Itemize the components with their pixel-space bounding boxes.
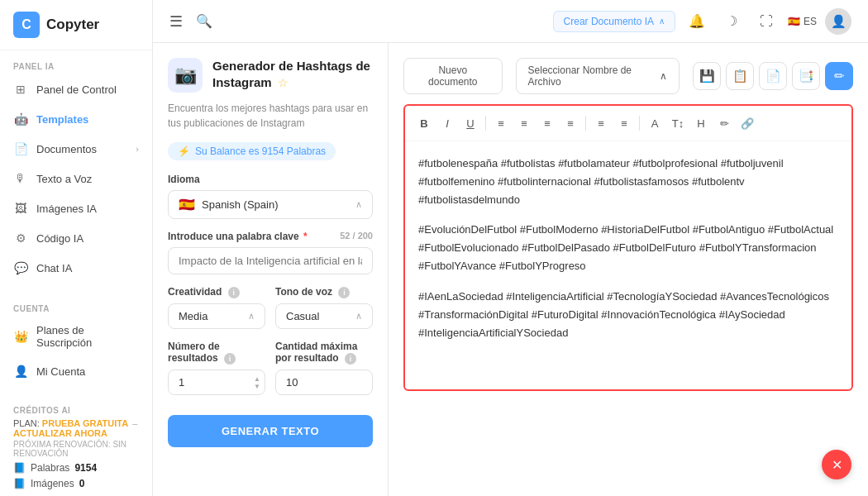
paint-button[interactable]: ✏ <box>713 112 735 134</box>
doc-action-icons: 💾 📋 📄 📑 ✏ <box>693 62 853 90</box>
link-button[interactable]: 🔗 <box>737 112 758 134</box>
num-resultados-input[interactable] <box>168 370 265 395</box>
creatividad-value: Media <box>179 310 207 322</box>
language-select[interactable]: 🇪🇸 Spanish (Spain) ∧ <box>168 190 373 219</box>
notification-icon[interactable]: 🔔 <box>684 8 710 35</box>
idioma-label: Idioma <box>168 174 373 185</box>
sidebar-item-imagenes-ia[interactable]: 🖼 Imágenes IA <box>0 193 152 223</box>
sidebar-item-texto-voz[interactable]: 🎙 Texto a Voz <box>0 164 152 193</box>
free-plan-link[interactable]: PRUEBA GRATUITA <box>42 418 128 428</box>
sidebar-item-documentos[interactable]: 📄 Documentos › <box>0 134 152 164</box>
sidebar-item-label: Texto a Voz <box>36 173 139 185</box>
plan-info: PLAN: PRUEBA GRATUITA – ACTUALIZAR AHORA <box>13 418 139 438</box>
editor-panel: Nuevo documento Seleccionar Nombre de Ar… <box>389 43 868 496</box>
language-selector[interactable]: 🇪🇸 ES <box>788 16 817 27</box>
tool-header: 📷 Generador de Hashtags de Instagram ☆ <box>168 58 373 93</box>
chat-icon: 💬 <box>13 260 28 275</box>
generate-button[interactable]: GENERAR TEXTO <box>168 415 373 447</box>
align-right-button[interactable]: ≡ <box>537 112 558 134</box>
chevron-up-icon: ∧ <box>355 199 362 210</box>
panel-section-label: PANEL IA <box>0 50 152 74</box>
bold-button[interactable]: B <box>413 112 435 134</box>
editor-content[interactable]: #futbolenespaña #futbolistas #futbolamat… <box>405 141 851 389</box>
palabras-label: Palabras <box>31 462 69 474</box>
grid-icon: ⊞ <box>13 82 28 97</box>
document-toolbar: Nuevo documento Seleccionar Nombre de Ar… <box>403 58 853 94</box>
italic-button[interactable]: I <box>436 112 458 134</box>
imagenes-label: Imágenes <box>31 478 74 489</box>
palabras-credit: 📘 Palabras 9154 <box>13 462 139 474</box>
align-center-button[interactable]: ≡ <box>513 112 535 134</box>
sidebar-item-label: Imágenes IA <box>36 203 139 215</box>
keyword-input[interactable] <box>168 247 373 274</box>
idioma-group: Idioma 🇪🇸 Spanish (Spain) ∧ <box>168 174 373 219</box>
align-justify-button[interactable]: ≡ <box>560 112 581 134</box>
paragraph-1: #futbolenespaña #futbolistas #futbolamat… <box>418 155 838 209</box>
sidebar-item-panel-control[interactable]: ⊞ Panel de Control <box>0 74 152 104</box>
save-icon-btn[interactable]: 💾 <box>693 62 721 90</box>
creatividad-select[interactable]: Media ∧ <box>168 303 265 329</box>
imagenes-icon: 📘 <box>13 478 26 489</box>
edit-icon-btn[interactable]: ✏ <box>825 62 853 90</box>
tool-panel: 📷 Generador de Hashtags de Instagram ☆ E… <box>153 43 389 496</box>
sidebar-item-label: Chat IA <box>36 262 139 274</box>
balance-text: Su Balance es 9154 Palabras <box>195 145 326 157</box>
flag-icon: 🇪🇸 <box>788 16 800 27</box>
align-left-button[interactable]: ≡ <box>490 112 512 134</box>
cantidad-input[interactable] <box>275 370 373 395</box>
download-icon-btn[interactable]: 📄 <box>759 62 787 90</box>
dark-mode-icon[interactable]: ☽ <box>718 8 745 35</box>
plan-section: CRÉDITOS AI PLAN: PRUEBA GRATUITA – ACTU… <box>0 396 152 496</box>
editor-area: B I U ≡ ≡ ≡ ≡ ≡ ≡ A T↕ H ✏ 🔗 #futbolenes… <box>403 104 853 391</box>
duplicate-icon-btn[interactable]: 📑 <box>792 62 820 90</box>
close-fab-button[interactable]: ✕ <box>822 450 851 479</box>
create-doc-btn[interactable]: Crear Documento IA ∧ <box>553 11 675 32</box>
imagenes-value: 0 <box>79 478 85 489</box>
search-icon[interactable]: 🔍 <box>196 13 212 29</box>
balance-pill: ⚡ Su Balance es 9154 Palabras <box>168 142 336 160</box>
hamburger-icon[interactable]: ☰ <box>169 12 183 31</box>
tool-title: Generador de Hashtags de Instagram <box>212 59 370 89</box>
tool-icon-wrap: 📷 <box>168 58 203 93</box>
unordered-list-button[interactable]: ≡ <box>613 112 635 134</box>
code-icon: ⚙ <box>13 231 28 246</box>
tono-value: Casual <box>286 310 319 322</box>
robot-icon: 🤖 <box>13 112 28 126</box>
chevron-up-icon: ∧ <box>355 311 362 322</box>
sidebar-item-label: Documentos <box>36 143 127 155</box>
lang-code: ES <box>804 16 817 27</box>
creditos-section-label: CRÉDITOS AI <box>13 406 139 415</box>
underline-button[interactable]: U <box>460 112 481 134</box>
paragraph-2: #EvoluciónDelFutbol #FutbolModerno #Hist… <box>418 221 838 275</box>
select-filename-button[interactable]: Seleccionar Nombre de Archivo ∧ <box>516 58 680 94</box>
favorite-star-icon[interactable]: ☆ <box>278 76 289 89</box>
spinner-up-icon[interactable]: ▲ <box>254 375 260 382</box>
num-resultados-wrap: ▲ ▼ <box>168 370 265 395</box>
sidebar-item-chat-ia[interactable]: 💬 Chat IA <box>0 253 152 283</box>
heading-button[interactable]: H <box>690 112 712 134</box>
chevron-right-icon: › <box>136 144 139 154</box>
font-size-button[interactable]: T↕ <box>667 112 689 134</box>
font-color-button[interactable]: A <box>644 112 665 134</box>
user-avatar[interactable]: 👤 <box>825 8 851 35</box>
ordered-list-button[interactable]: ≡ <box>590 112 612 134</box>
sidebar-item-planes[interactable]: 👑 Planes de Suscripción <box>0 317 152 356</box>
chevron-up-icon: ∧ <box>248 311 255 322</box>
sidebar-item-templates[interactable]: 🤖 Templates <box>0 104 152 134</box>
tono-select[interactable]: Casual ∧ <box>275 303 373 329</box>
tool-description: Encuentra los mejores hashtags para usar… <box>168 101 373 131</box>
num-info-icon: i <box>224 353 236 365</box>
spinner-down-icon[interactable]: ▼ <box>254 383 260 389</box>
sidebar-item-mi-cuenta[interactable]: 👤 Mi Cuenta <box>0 356 152 386</box>
bolt-icon: ⚡ <box>178 145 190 157</box>
lang-flag: 🇪🇸 <box>179 197 195 212</box>
copy-icon-btn[interactable]: 📋 <box>726 62 754 90</box>
sidebar-item-label: Planes de Suscripción <box>36 324 139 349</box>
tono-label: Tono de voz i <box>275 286 373 298</box>
sidebar-item-codigo-ia[interactable]: ⚙ Código IA <box>0 223 152 253</box>
new-document-button[interactable]: Nuevo documento <box>403 58 503 94</box>
creatividad-tono-row: Creatividad i Media ∧ Tono de voz i Casu… <box>168 286 373 329</box>
cantidad-label: Cantidad máxima por resultado i <box>275 341 373 365</box>
layout-icon[interactable]: ⛶ <box>753 8 780 35</box>
upgrade-link[interactable]: ACTUALIZAR AHORA <box>13 428 107 438</box>
